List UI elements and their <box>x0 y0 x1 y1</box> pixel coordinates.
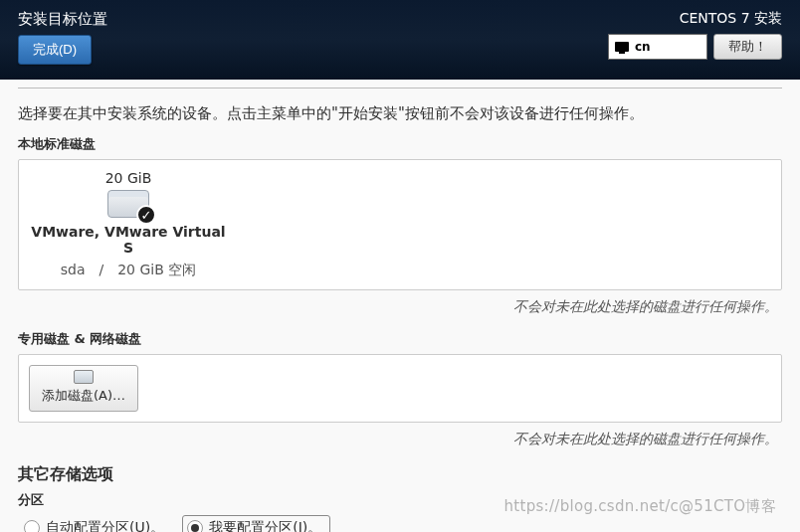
radio-icon <box>24 520 40 532</box>
add-disk-label: 添加磁盘(A)… <box>42 387 125 405</box>
disk-detail: sda / 20 GiB 空闲 <box>29 262 228 279</box>
specialized-disks-note: 不会对未在此处选择的磁盘进行任何操作。 <box>18 427 782 458</box>
topbar-left: 安装目标位置 完成(D) <box>18 10 107 80</box>
content-area: 选择要在其中安装系统的设备。点击主菜单中的"开始安装"按钮前不会对该设备进行任何… <box>0 80 800 532</box>
local-disks-box: 20 GiB ✓ VMware, VMware Virtual S sda / … <box>18 159 782 290</box>
hard-disk-icon: ✓ <box>107 190 149 218</box>
keyboard-icon <box>615 42 629 52</box>
manual-partition-radio[interactable]: 我要配置分区(I)。 <box>182 515 330 532</box>
specialized-disks-box: 添加磁盘(A)… <box>18 354 782 423</box>
auto-partition-radio[interactable]: 自动配置分区(U)。 <box>24 519 164 532</box>
disk-item[interactable]: 20 GiB ✓ VMware, VMware Virtual S sda / … <box>29 170 228 279</box>
disk-size: 20 GiB <box>29 170 228 186</box>
radio-icon <box>187 520 203 532</box>
specialized-disks-label: 专用磁盘 & 网络磁盘 <box>18 330 782 348</box>
header-divider <box>18 88 782 89</box>
partition-label: 分区 <box>18 491 782 509</box>
local-disks-note: 不会对未在此处选择的磁盘进行任何操作。 <box>18 294 782 326</box>
check-badge-icon: ✓ <box>136 205 156 225</box>
local-disks-label: 本地标准磁盘 <box>18 135 782 153</box>
storage-options-heading: 其它存储选项 <box>18 464 782 485</box>
page-title: 安装目标位置 <box>18 10 107 29</box>
topbar-right: CENTOS 7 安装 cn 帮助！ <box>608 10 782 80</box>
done-button[interactable]: 完成(D) <box>18 35 92 65</box>
keyboard-layout-indicator[interactable]: cn <box>608 34 707 60</box>
help-button[interactable]: 帮助！ <box>713 34 782 60</box>
manual-partition-label: 我要配置分区(I)。 <box>209 519 321 532</box>
add-disk-icon <box>74 370 94 384</box>
disk-name: VMware, VMware Virtual S <box>29 224 228 256</box>
top-bar: 安装目标位置 完成(D) CENTOS 7 安装 cn 帮助！ <box>0 0 800 80</box>
keyboard-layout-label: cn <box>635 40 651 54</box>
auto-partition-label: 自动配置分区(U)。 <box>46 519 164 532</box>
info-text: 选择要在其中安装系统的设备。点击主菜单中的"开始安装"按钮前不会对该设备进行任何… <box>18 98 782 131</box>
product-subtitle: CENTOS 7 安装 <box>608 10 782 28</box>
add-disk-button[interactable]: 添加磁盘(A)… <box>29 365 138 412</box>
